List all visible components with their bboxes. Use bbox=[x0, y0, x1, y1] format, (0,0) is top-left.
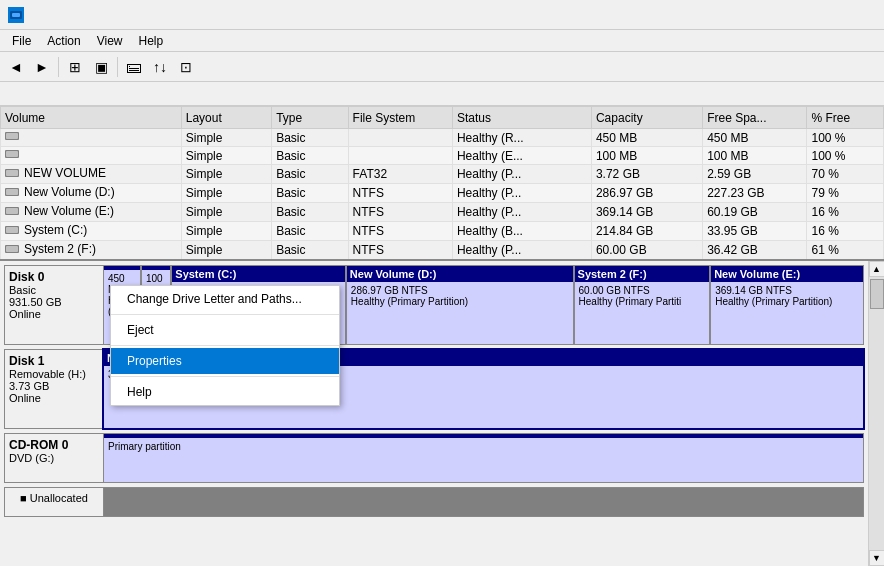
table-row[interactable]: SimpleBasicHealthy (E...100 MB100 MB100 … bbox=[1, 147, 884, 165]
cell-free: 2.59 GB bbox=[703, 165, 807, 184]
disk-0-part-2-header bbox=[142, 266, 170, 270]
svg-rect-1 bbox=[12, 13, 20, 17]
cell-fs bbox=[348, 129, 452, 147]
cell-volume: System 2 (F:) bbox=[1, 241, 182, 260]
cell-status: Healthy (E... bbox=[452, 147, 591, 165]
scroll-up-arrow[interactable]: ▲ bbox=[869, 261, 885, 277]
table-row[interactable]: System (C:)SimpleBasicNTFSHealthy (B...2… bbox=[1, 222, 884, 241]
disk-0-part-4-header: New Volume (D:) bbox=[347, 266, 573, 282]
cell-layout: Simple bbox=[181, 222, 271, 241]
menu-view[interactable]: View bbox=[89, 32, 131, 50]
col-volume[interactable]: Volume bbox=[1, 107, 182, 129]
disk-0-part-4-size: 286.97 GB NTFS bbox=[351, 285, 569, 296]
refresh-button[interactable]: ↑↓ bbox=[148, 55, 172, 79]
context-menu-properties[interactable]: Properties bbox=[111, 348, 339, 374]
svg-rect-3 bbox=[6, 133, 18, 139]
col-free[interactable]: Free Spa... bbox=[703, 107, 807, 129]
col-capacity[interactable]: Capacity bbox=[591, 107, 702, 129]
scroll-track[interactable] bbox=[870, 277, 884, 550]
cell-fs: FAT32 bbox=[348, 165, 452, 184]
maximize-button[interactable] bbox=[784, 0, 830, 30]
cdrom-type: DVD (G:) bbox=[9, 452, 99, 464]
cell-volume: New Volume (E:) bbox=[1, 203, 182, 222]
unalloc-partitions bbox=[104, 487, 864, 517]
cell-type: Basic bbox=[272, 147, 348, 165]
unalloc-name: ■ Unallocated bbox=[20, 492, 88, 504]
cell-volume: NEW VOLUME bbox=[1, 165, 182, 184]
table-row[interactable]: System 2 (F:)SimpleBasicNTFSHealthy (P..… bbox=[1, 241, 884, 260]
cell-volume: New Volume (D:) bbox=[1, 184, 182, 203]
context-menu-eject[interactable]: Eject bbox=[111, 317, 339, 343]
minimize-button[interactable] bbox=[738, 0, 784, 30]
forward-button[interactable]: ► bbox=[30, 55, 54, 79]
menu-file[interactable]: File bbox=[4, 32, 39, 50]
disk-0-part-6[interactable]: New Volume (E:) 369.14 GB NTFS Healthy (… bbox=[711, 266, 863, 344]
table-row[interactable]: SimpleBasicHealthy (R...450 MB450 MB100 … bbox=[1, 129, 884, 147]
close-button[interactable] bbox=[830, 0, 876, 30]
col-type[interactable]: Type bbox=[272, 107, 348, 129]
disk-1-size: 3.73 GB bbox=[9, 380, 99, 392]
cell-capacity: 286.97 GB bbox=[591, 184, 702, 203]
cell-type: Basic bbox=[272, 241, 348, 260]
table-row[interactable]: New Volume (D:)SimpleBasicNTFSHealthy (P… bbox=[1, 184, 884, 203]
cell-pct: 100 % bbox=[807, 147, 884, 165]
svg-rect-13 bbox=[6, 227, 18, 233]
table-row[interactable]: New Volume (E:)SimpleBasicNTFSHealthy (P… bbox=[1, 203, 884, 222]
disk-0-part-6-size: 369.14 GB NTFS bbox=[715, 285, 859, 296]
cell-layout: Simple bbox=[181, 129, 271, 147]
disk-0-part-5-size: 60.00 GB NTFS bbox=[579, 285, 706, 296]
disk-0-label: Disk 0 Basic 931.50 GB Online bbox=[4, 265, 104, 345]
col-layout[interactable]: Layout bbox=[181, 107, 271, 129]
cell-status: Healthy (P... bbox=[452, 184, 591, 203]
action-view-label[interactable] bbox=[4, 92, 20, 96]
cdrom-part-header bbox=[104, 434, 863, 438]
cell-fs: NTFS bbox=[348, 203, 452, 222]
cell-type: Basic bbox=[272, 222, 348, 241]
menu-action[interactable]: Action bbox=[39, 32, 88, 50]
cdrom-partitions: Primary partition bbox=[104, 433, 864, 483]
disk-0-name: Disk 0 bbox=[9, 270, 99, 284]
svg-rect-9 bbox=[6, 189, 18, 195]
show-hide-button[interactable]: ▣ bbox=[89, 55, 113, 79]
disk-0-size: 931.50 GB bbox=[9, 296, 99, 308]
unalloc-label: ■ Unallocated bbox=[4, 487, 104, 517]
cell-capacity: 100 MB bbox=[591, 147, 702, 165]
context-menu: Change Drive Letter and Paths... Eject P… bbox=[110, 285, 340, 406]
disk-0-part-5-detail: Healthy (Primary Partiti bbox=[579, 296, 706, 307]
disk-0-part-4-detail: Healthy (Primary Partition) bbox=[351, 296, 569, 307]
cell-volume bbox=[1, 147, 182, 165]
context-menu-help[interactable]: Help bbox=[111, 379, 339, 405]
unalloc-part-1[interactable] bbox=[104, 488, 863, 516]
disk-0-type: Basic bbox=[9, 284, 99, 296]
cdrom-label: CD-ROM 0 DVD (G:) bbox=[4, 433, 104, 483]
scroll-down-arrow[interactable]: ▼ bbox=[869, 550, 885, 566]
col-filesystem[interactable]: File System bbox=[348, 107, 452, 129]
cell-capacity: 3.72 GB bbox=[591, 165, 702, 184]
cell-layout: Simple bbox=[181, 184, 271, 203]
col-status[interactable]: Status bbox=[452, 107, 591, 129]
cell-status: Healthy (B... bbox=[452, 222, 591, 241]
disk-0-part-4[interactable]: New Volume (D:) 286.97 GB NTFS Healthy (… bbox=[347, 266, 575, 344]
cell-pct: 70 % bbox=[807, 165, 884, 184]
new-disk-button[interactable]: 🖴 bbox=[122, 55, 146, 79]
cell-free: 227.23 GB bbox=[703, 184, 807, 203]
cell-layout: Simple bbox=[181, 147, 271, 165]
cdrom-part-1[interactable]: Primary partition bbox=[104, 434, 863, 482]
properties-button[interactable]: ⊡ bbox=[174, 55, 198, 79]
col-pct[interactable]: % Free bbox=[807, 107, 884, 129]
disk-0-part-5[interactable]: System 2 (F:) 60.00 GB NTFS Healthy (Pri… bbox=[575, 266, 712, 344]
cell-volume bbox=[1, 129, 182, 147]
cell-capacity: 214.84 GB bbox=[591, 222, 702, 241]
cell-pct: 61 % bbox=[807, 241, 884, 260]
up-button[interactable]: ⊞ bbox=[63, 55, 87, 79]
toolbar-separator-1 bbox=[58, 57, 59, 77]
cell-type: Basic bbox=[272, 129, 348, 147]
scroll-thumb[interactable] bbox=[870, 279, 884, 309]
cell-layout: Simple bbox=[181, 241, 271, 260]
scrollbar-right: ▲ ▼ bbox=[868, 261, 884, 566]
back-button[interactable]: ◄ bbox=[4, 55, 28, 79]
table-row[interactable]: NEW VOLUMESimpleBasicFAT32Healthy (P...3… bbox=[1, 165, 884, 184]
context-menu-change-drive[interactable]: Change Drive Letter and Paths... bbox=[111, 286, 339, 312]
context-menu-sep-3 bbox=[111, 376, 339, 377]
menu-help[interactable]: Help bbox=[131, 32, 172, 50]
